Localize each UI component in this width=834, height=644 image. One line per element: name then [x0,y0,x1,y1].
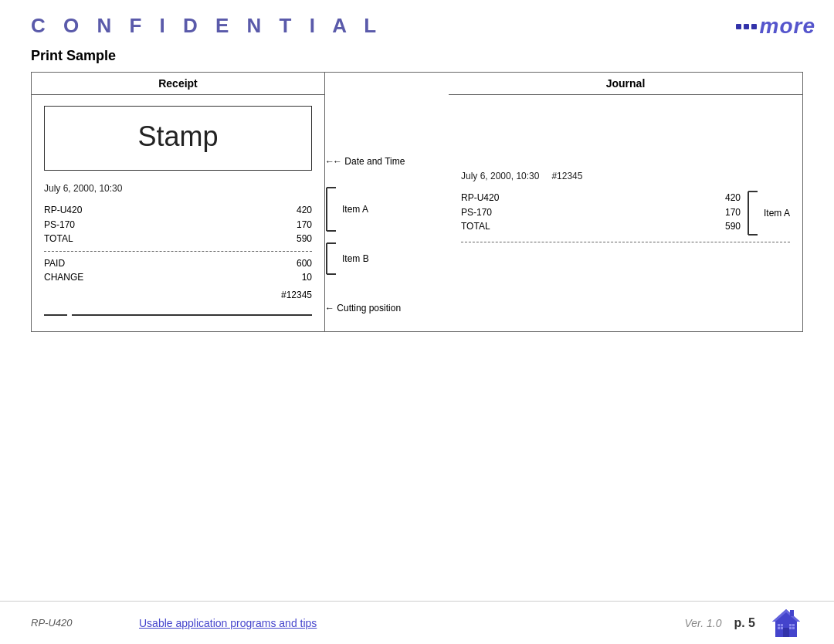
receipt-number: #12345 [44,290,312,300]
paid-value: 600 [297,256,312,271]
journal-date: July 6, 2000, 10:30 #12345 [461,171,790,181]
item-a-bracket: Item A [325,187,368,232]
receipt-content: Stamp July 6, 2000, 10:30 RP-U420 420 PS… [32,95,324,324]
item-name: TOTAL [44,232,73,246]
list-item: CHANGE 10 [44,270,312,285]
cut-line-right [72,314,312,316]
more-button[interactable]: more [736,14,815,39]
journal-section: Journal July 6, 2000, 10:30 #12345 RP-U4… [449,73,802,331]
journal-date-value: July 6, 2000, 10:30 [461,171,539,181]
stamp-box: Stamp [44,106,312,171]
footer-product: RP-U420 [31,617,124,629]
journal-item-a-bracket: Item A [747,191,790,236]
item-name: TOTAL [461,219,490,234]
item-b-label: Item B [342,253,369,264]
receipt-header: Receipt [32,73,324,95]
journal-item-a-label: Item A [764,208,790,219]
footer-page: p. 5 [734,616,755,630]
receipt-section: Receipt Stamp July 6, 2000, 10:30 RP-U42… [32,73,325,331]
footer-title-area: Usable application programs and tips [124,616,684,630]
item-value: 170 [725,205,741,220]
page-title: Print Sample [0,45,834,72]
list-item: TOTAL 590 [44,232,312,246]
journal-header: Journal [449,73,802,95]
change-value: 10 [302,270,312,285]
item-name: RP-U420 [461,191,499,205]
item-value: 170 [297,218,312,232]
list-item: PS-170 170 [461,205,741,220]
journal-content: July 6, 2000, 10:30 #12345 RP-U420 420 P… [449,95,802,255]
item-name: RP-U420 [44,203,82,218]
item-b-bracket: Item B [325,242,369,275]
paid-label: PAID [44,256,65,271]
list-item: PS-170 170 [44,218,312,232]
date-time-label: ← Date and Time [333,156,405,167]
receipt-items: RP-U420 420 PS-170 170 TOTAL 590 [44,203,312,246]
svg-rect-14 [790,610,794,616]
journal-receipt-number: #12345 [551,171,582,181]
item-value: 420 [297,203,312,218]
footer-version: Ver. 1.0 [684,617,721,629]
header: C O N F I D E N T I A L more [0,0,834,45]
cut-line-left [44,314,67,316]
item-name: PS-170 [44,218,75,232]
item-value: 590 [725,219,741,234]
item-name: PS-170 [461,205,492,220]
footer: RP-U420 Usable application programs and … [0,601,834,644]
list-item: PAID 600 [44,256,312,271]
list-item: TOTAL 590 [461,219,741,234]
home-icon[interactable] [769,606,803,640]
stamp-text: Stamp [137,120,218,152]
confidential-label: C O N F I D E N T I A L [31,14,382,38]
diagram-container: Receipt Stamp July 6, 2000, 10:30 RP-U42… [31,72,803,332]
bracket-b-icon [325,242,339,275]
item-a-label: Item A [342,204,368,215]
item-value: 420 [725,191,741,205]
list-item: RP-U420 420 [461,191,741,205]
cut-line [44,314,312,316]
journal-blank-area [461,103,790,171]
svg-rect-13 [783,628,789,637]
journal-divider [461,242,790,242]
receipt-number-value: #12345 [281,290,312,300]
receipt-paid-section: PAID 600 CHANGE 10 [44,256,312,285]
receipt-divider [44,251,312,252]
journal-items: RP-U420 420 PS-170 170 TOTAL 590 [461,191,741,234]
cutting-position-annotation: ← Cutting position [325,303,401,314]
journal-bracket-icon [747,191,761,236]
dots-icon [736,24,757,29]
date-time-annotation: ← ← Date and Time [325,156,405,167]
journal-items-wrapper: RP-U420 420 PS-170 170 TOTAL 590 [461,191,790,237]
cutting-label: ← Cutting position [325,303,401,314]
receipt-date: July 6, 2000, 10:30 [44,180,312,194]
bracket-a-icon [325,187,339,232]
more-text: more [760,14,815,39]
annotation-area: ← ← Date and Time Item A Item B ← Cuttin… [325,73,449,331]
footer-title-link[interactable]: Usable application programs and tips [139,617,317,629]
list-item: RP-U420 420 [44,203,312,218]
change-label: CHANGE [44,270,83,285]
item-value: 590 [297,232,312,246]
